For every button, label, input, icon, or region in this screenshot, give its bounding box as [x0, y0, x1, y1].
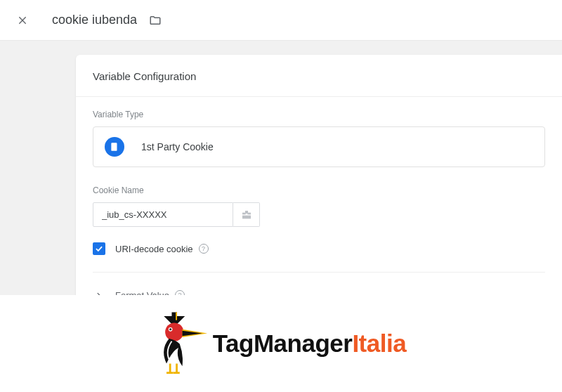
cookie-name-input[interactable]	[93, 202, 233, 227]
svg-rect-4	[242, 215, 251, 218]
uri-decode-row: URI-decode cookie ?	[93, 242, 545, 273]
help-icon[interactable]: ?	[199, 244, 209, 254]
variable-insert-button[interactable]	[233, 202, 260, 227]
svg-rect-14	[176, 364, 178, 373]
brand-text-1: TagManager	[213, 329, 353, 357]
folder-icon[interactable]	[148, 13, 162, 27]
brand-text-2: Italia	[352, 329, 406, 357]
brand-text: TagManagerItalia	[213, 329, 406, 358]
page-title[interactable]: cookie iubenda	[52, 13, 137, 27]
svg-rect-8	[176, 312, 177, 320]
svg-point-9	[165, 322, 183, 341]
cookie-name-label: Cookie Name	[93, 185, 545, 195]
variable-type-label: Variable Type	[93, 110, 545, 119]
svg-rect-2	[242, 212, 246, 214]
variable-type-value: 1st Party Cookie	[141, 141, 214, 152]
close-icon[interactable]	[14, 12, 31, 29]
card-body: Variable Type 1st Party Cookie Cookie Na…	[76, 96, 562, 320]
footer-logo: TagManagerItalia	[0, 295, 562, 392]
svg-rect-5	[245, 211, 248, 214]
svg-rect-3	[247, 212, 251, 214]
svg-point-13	[169, 328, 171, 330]
cookie-name-row	[93, 202, 545, 227]
uri-decode-label: URI-decode cookie	[115, 244, 193, 254]
header: cookie iubenda	[0, 0, 562, 41]
svg-rect-15	[169, 364, 171, 373]
variable-type-row[interactable]: 1st Party Cookie	[93, 126, 545, 167]
brand-logo: TagManagerItalia	[156, 312, 406, 375]
card-title: Variable Configuration	[76, 55, 562, 96]
woodpecker-icon	[156, 312, 209, 375]
cookie-type-icon	[105, 137, 124, 157]
uri-decode-checkbox[interactable]	[93, 242, 105, 255]
variable-config-card: Variable Configuration Variable Type 1st…	[76, 55, 562, 320]
